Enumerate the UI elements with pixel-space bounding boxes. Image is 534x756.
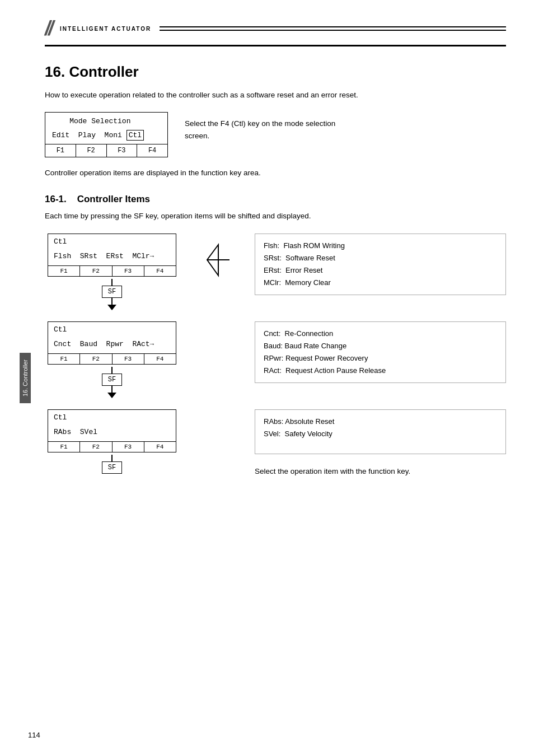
ctl-lcd-2: Ctl Cnct Baud Rpwr RAct→ F1 F2 F3 F4 (48, 321, 176, 365)
ctl-box-2: Ctl Cnct Baud Rpwr RAct→ F1 F2 F3 F4 (48, 321, 176, 365)
sf-line-up-3 (111, 455, 113, 461)
sf-section-3: SF (102, 455, 122, 474)
ctl-lcd-keys-3: F1 F2 F3 F4 (48, 441, 176, 452)
sf-line-down-1 (111, 298, 113, 305)
desc-box-1: Flsh: Flash ROM Writing SRst: Software R… (255, 234, 506, 295)
desc-line-2-3: RPwr: Request Power Recovery (264, 352, 497, 365)
logo: // INTELLIGENT ACTUATOR (45, 17, 151, 40)
desc-line-3-1: RAbs: Absolute Reset (264, 416, 497, 428)
ctl-row-2: Ctl Cnct Baud Rpwr RAct→ F1 F2 F3 F4 SF (45, 321, 506, 398)
ctl-left-2: Ctl Cnct Baud Rpwr RAct→ F1 F2 F3 F4 SF (45, 321, 179, 398)
sf-button-1: SF (102, 286, 122, 298)
ctl-lcd-mid-1: Flsh SRst ERst MClr→ (48, 250, 176, 265)
ctl-key-f3-2: F3 (113, 354, 144, 364)
ctl-key-f2-2: F2 (80, 354, 112, 364)
ctl-lcd-3: Ctl RAbs SVel F1 F2 F3 F4 (48, 409, 176, 452)
desc-line-1-3: ERst: Error Reset (264, 264, 497, 277)
ctl-right-3: RAbs: Absolute Reset SVel: Safety Veloci… (255, 409, 506, 478)
extra-text-3: Select the operation item with the funct… (255, 463, 506, 478)
lcd-key-f1: F1 (45, 144, 76, 157)
ctl-key-f1-1: F1 (48, 266, 80, 276)
subsection-desc: Each time by pressing the SF key, operat… (45, 211, 506, 222)
lcd-bottom-line: Edit Play Moni Ctl (45, 129, 167, 144)
mode-selection-lcd: Mode Selection Edit Play Moni Ctl F1 F2 … (45, 112, 168, 157)
ctl-key-f1-3: F1 (48, 442, 80, 452)
ctl-box-3: Ctl RAbs SVel F1 F2 F3 F4 (48, 409, 176, 452)
ctl-lcd-keys-2: F1 F2 F3 F4 (48, 353, 176, 364)
header-decoration (160, 26, 506, 31)
ctl-key-f4-1: F4 (144, 266, 176, 276)
lcd-key-f2: F2 (76, 144, 107, 157)
sf-line-up-2 (111, 367, 113, 374)
lcd-key-f4: F4 (137, 144, 167, 157)
arrow-down-icon-1 (107, 305, 116, 310)
desc-line-2-1: Cnct: Re-Connection (264, 328, 497, 340)
ctl-lcd-mid-2: Cnct Baud Rpwr RAct→ (48, 338, 176, 353)
sf-button-3: SF (102, 461, 122, 474)
sf-arrow-2 (107, 386, 116, 398)
page-header: // INTELLIGENT ACTUATOR (45, 17, 506, 46)
header-line-1 (160, 26, 506, 27)
ctl-items-container: Ctl Flsh SRst ERst MClr→ F1 F2 F3 F4 SF (45, 234, 506, 489)
ctl-key-f2-3: F2 (80, 442, 112, 452)
ctl-left-3: Ctl RAbs SVel F1 F2 F3 F4 SF (45, 409, 179, 474)
sf-line-up-1 (111, 279, 113, 286)
desc-line-2-2: Baud: Baud Rate Change (264, 340, 497, 352)
ctl-key-f1-2: F1 (48, 354, 80, 364)
controller-items-note: Controller operation items are displayed… (45, 169, 506, 177)
ctl-lcd-top-2: Ctl (48, 322, 176, 338)
desc-box-3: RAbs: Absolute Reset SVel: Safety Veloci… (255, 409, 506, 454)
big-left-arrow-icon (202, 242, 232, 278)
header-line-2 (160, 30, 506, 31)
ctl-key-f4-2: F4 (144, 354, 176, 364)
ctl-row-3: Ctl RAbs SVel F1 F2 F3 F4 SF (45, 409, 506, 478)
ctl-lcd-mid-3: RAbs SVel (48, 426, 176, 441)
sf-section-2: SF (102, 367, 122, 398)
ctl-lcd-1: Ctl Flsh SRst ERst MClr→ F1 F2 F3 F4 (48, 234, 176, 277)
desc-line-1-4: MClr: Memory Clear (264, 277, 497, 289)
big-arrow-container-1 (202, 242, 232, 278)
lcd-key-f3: F3 (107, 144, 138, 157)
intro-text: How to execute operation related to the … (45, 90, 506, 101)
logo-text: INTELLIGENT ACTUATOR (60, 26, 151, 32)
page-number: 114 (28, 731, 40, 739)
logo-icon: // (45, 17, 51, 40)
desc-line-3-2: SVel: Safety Velocity (264, 428, 497, 440)
sf-arrow-1 (107, 298, 116, 310)
ctl-lcd-keys-1: F1 F2 F3 F4 (48, 265, 176, 276)
ctl-key-f3-1: F3 (113, 266, 144, 276)
ctl-left-1: Ctl Flsh SRst ERst MClr→ F1 F2 F3 F4 SF (45, 234, 179, 310)
section-title: 16. Controller (45, 63, 506, 81)
ctl-key-f4-3: F4 (144, 442, 176, 452)
mode-description: Select the F4 (Ctl) key on the mode sele… (185, 112, 353, 142)
sf-section-1: SF (102, 279, 122, 310)
sf-line-down-2 (111, 386, 113, 393)
desc-line-1-2: SRst: Software Reset (264, 252, 497, 264)
ctl-right-2: Cnct: Re-Connection Baud: Baud Rate Chan… (255, 321, 506, 383)
desc-box-2: Cnct: Re-Connection Baud: Baud Rate Chan… (255, 321, 506, 383)
desc-line-2-4: RAct: Request Action Pause Release (264, 365, 497, 377)
ctl-right-1: Flsh: Flash ROM Writing SRst: Software R… (255, 234, 506, 295)
arrow-down-icon-2 (107, 393, 116, 398)
ctl-row-1: Ctl Flsh SRst ERst MClr→ F1 F2 F3 F4 SF (45, 234, 506, 310)
ctl-lcd-top-1: Ctl (48, 234, 176, 250)
lcd-top-line: Mode Selection (45, 113, 167, 129)
mode-selection-section: Mode Selection Edit Play Moni Ctl F1 F2 … (45, 112, 506, 157)
desc-line-1-1: Flsh: Flash ROM Writing (264, 240, 497, 252)
ctl-key-f3-3: F3 (113, 442, 144, 452)
sf-button-2: SF (102, 374, 122, 386)
subsection-title: 16-1. Controller Items (45, 194, 150, 204)
lcd-keys-row: F1 F2 F3 F4 (45, 144, 167, 157)
ctl-highlighted: Ctl (127, 130, 144, 141)
ctl-lcd-top-3: Ctl (48, 410, 176, 426)
ctl-box-1: Ctl Flsh SRst ERst MClr→ F1 F2 F3 F4 (48, 234, 176, 277)
side-tab: 16. Controller (20, 353, 31, 403)
ctl-key-f2-1: F2 (80, 266, 112, 276)
